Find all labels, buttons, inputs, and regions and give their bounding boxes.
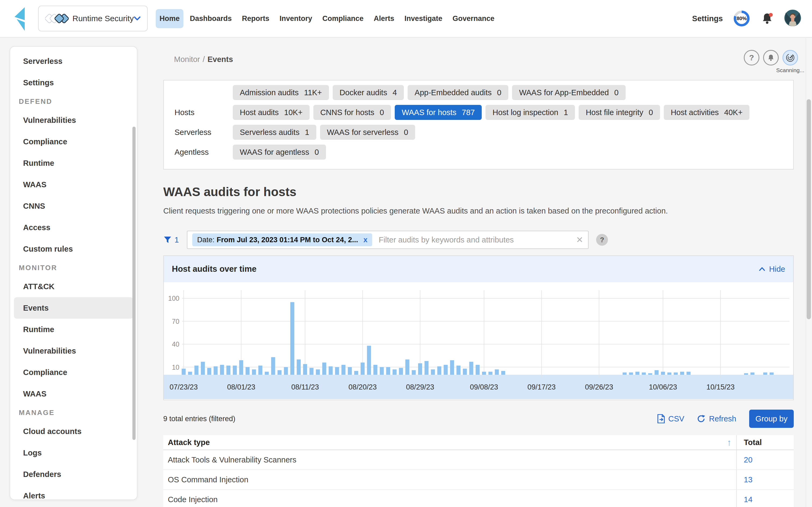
audit-count-bar[interactable]	[284, 367, 288, 375]
audit-count-bar[interactable]	[316, 370, 320, 375]
filter-input[interactable]: Date: From Jul 23, 2023 01:14 PM to Oct …	[187, 231, 589, 249]
audit-count-bar[interactable]	[354, 371, 358, 375]
audit-count-bar[interactable]	[226, 365, 231, 375]
filter-pill-waas-for-agentless[interactable]: WAAS for agentless0	[233, 145, 326, 160]
audit-count-bar[interactable]	[412, 370, 416, 375]
sidebar-item-custom-rules[interactable]: Custom rules	[10, 238, 137, 260]
audit-count-bar[interactable]	[252, 370, 256, 375]
filter-pill-host-log-inspection[interactable]: Host log inspection1	[486, 105, 575, 120]
date-filter-chip[interactable]: Date: From Jul 23, 2023 01:14 PM to Oct …	[192, 233, 372, 246]
audit-count-bar[interactable]	[648, 373, 652, 375]
module-selector[interactable]: Runtime Security	[38, 6, 148, 32]
audit-count-bar[interactable]	[431, 370, 435, 375]
sidebar-item-waas[interactable]: WAAS	[10, 174, 137, 195]
notifications-bell-icon[interactable]	[760, 12, 774, 25]
group-by-button[interactable]: Group by	[749, 410, 794, 428]
audit-count-bar[interactable]	[661, 372, 665, 375]
credits-progress-ring[interactable]: 80%	[733, 10, 750, 27]
filter-pill-app-embedded-audits[interactable]: App-Embedded audits0	[408, 85, 508, 100]
audit-count-bar[interactable]	[770, 372, 774, 375]
audit-count-bar[interactable]	[444, 365, 448, 375]
nav-item-governance[interactable]: Governance	[449, 9, 498, 28]
audit-count-bar[interactable]	[380, 367, 384, 375]
refresh-button[interactable]: Refresh	[697, 414, 736, 423]
help-icon[interactable]: ?	[744, 50, 759, 65]
sidebar-item-compliance[interactable]: Compliance	[10, 131, 137, 152]
audit-count-bar[interactable]	[629, 372, 633, 375]
audit-count-bar[interactable]	[303, 364, 307, 375]
sort-ascending-icon[interactable]: ↑	[727, 437, 731, 448]
audit-count-bar[interactable]	[271, 357, 275, 375]
audit-count-bar[interactable]	[297, 359, 301, 375]
nav-item-alerts[interactable]: Alerts	[370, 9, 398, 28]
audit-count-bar[interactable]	[220, 365, 224, 375]
audit-count-bar[interactable]	[194, 365, 198, 375]
filter-funnel-button[interactable]: 1	[163, 235, 179, 244]
filter-pill-host-file-integrity[interactable]: Host file integrity0	[579, 105, 660, 120]
sidebar-item-compliance[interactable]: Compliance	[10, 361, 137, 383]
sidebar-item-events[interactable]: Events	[14, 297, 133, 319]
audit-count-bar[interactable]	[393, 370, 397, 375]
audit-count-bar[interactable]	[335, 367, 339, 375]
filter-pill-waas-for-serverless[interactable]: WAAS for serverless0	[320, 125, 415, 140]
audit-count-bar[interactable]	[233, 365, 237, 375]
table-row[interactable]: Attack Tools & Vulnerability Scanners20	[163, 450, 794, 470]
filter-pill-waas-for-app-embedded[interactable]: WAAS for App-Embedded0	[512, 85, 625, 100]
nav-item-reports[interactable]: Reports	[238, 9, 273, 28]
sidebar-item-defenders[interactable]: Defenders	[10, 463, 137, 485]
sidebar-item-serverless[interactable]: Serverless	[10, 50, 137, 72]
radar-scanning-icon[interactable]	[782, 50, 798, 65]
nav-item-inventory[interactable]: Inventory	[276, 9, 316, 28]
audit-count-bar[interactable]	[501, 371, 505, 375]
audit-count-bar[interactable]	[438, 367, 442, 375]
nav-item-dashboards[interactable]: Dashboards	[186, 9, 236, 28]
sidebar-item-logs[interactable]: Logs	[10, 442, 137, 463]
settings-link[interactable]: Settings	[692, 14, 723, 23]
audit-count-bar[interactable]	[623, 372, 627, 375]
total-count-link[interactable]: 13	[744, 475, 752, 484]
filter-pill-host-audits[interactable]: Host audits10K+	[233, 105, 310, 120]
filter-pill-docker-audits[interactable]: Docker audits4	[333, 85, 404, 100]
audit-count-bar[interactable]	[342, 365, 346, 375]
sidebar-item-cnns[interactable]: CNNS	[10, 195, 137, 217]
hide-chart-button[interactable]: Hide	[759, 265, 785, 274]
total-count-link[interactable]: 20	[744, 455, 752, 464]
audit-count-bar[interactable]	[482, 372, 486, 375]
audit-count-bar[interactable]	[348, 367, 352, 375]
audit-count-bar[interactable]	[674, 372, 678, 375]
audit-count-bar[interactable]	[405, 359, 409, 375]
audit-count-bar[interactable]	[635, 372, 639, 375]
total-count-link[interactable]: 14	[744, 495, 752, 504]
audit-count-bar[interactable]	[418, 363, 422, 375]
nav-item-investigate[interactable]: Investigate	[401, 9, 446, 28]
filter-pill-admission-audits[interactable]: Admission audits11K+	[233, 85, 329, 100]
sidebar-item-runtime[interactable]: Runtime	[10, 319, 137, 340]
audit-count-bar[interactable]	[361, 362, 365, 375]
audit-count-bar[interactable]	[310, 368, 314, 375]
audit-count-bar[interactable]	[239, 360, 243, 375]
filter-help-icon[interactable]: ?	[596, 234, 608, 246]
audit-count-bar[interactable]	[188, 372, 192, 375]
audit-count-bar[interactable]	[207, 368, 211, 375]
nav-item-compliance[interactable]: Compliance	[319, 9, 367, 28]
audit-count-bar[interactable]	[642, 372, 646, 375]
audit-count-bar[interactable]	[751, 372, 755, 375]
audit-count-bar[interactable]	[687, 372, 691, 375]
sidebar-item-runtime[interactable]: Runtime	[10, 152, 137, 174]
audit-count-bar[interactable]	[489, 372, 493, 375]
filter-pill-serverless-audits[interactable]: Serverless audits1	[233, 125, 316, 140]
audit-count-bar[interactable]	[680, 372, 684, 375]
audit-count-bar[interactable]	[386, 367, 390, 375]
column-header-total[interactable]: Total	[744, 438, 762, 447]
table-row[interactable]: Code Injection14	[163, 490, 794, 507]
audit-count-bar[interactable]	[373, 365, 377, 375]
sidebar-item-settings[interactable]: Settings	[10, 72, 137, 93]
sidebar-item-vulnerabilities[interactable]: Vulnerabilities	[10, 109, 137, 131]
table-row[interactable]: OS Command Injection13	[163, 470, 794, 490]
audit-count-bar[interactable]	[450, 360, 454, 375]
sidebar-item-alerts[interactable]: Alerts	[10, 485, 137, 506]
sidebar-item-waas[interactable]: WAAS	[10, 383, 137, 404]
audit-count-bar[interactable]	[258, 365, 262, 375]
audit-count-bar[interactable]	[367, 346, 371, 375]
prisma-logo-icon[interactable]	[12, 5, 31, 32]
